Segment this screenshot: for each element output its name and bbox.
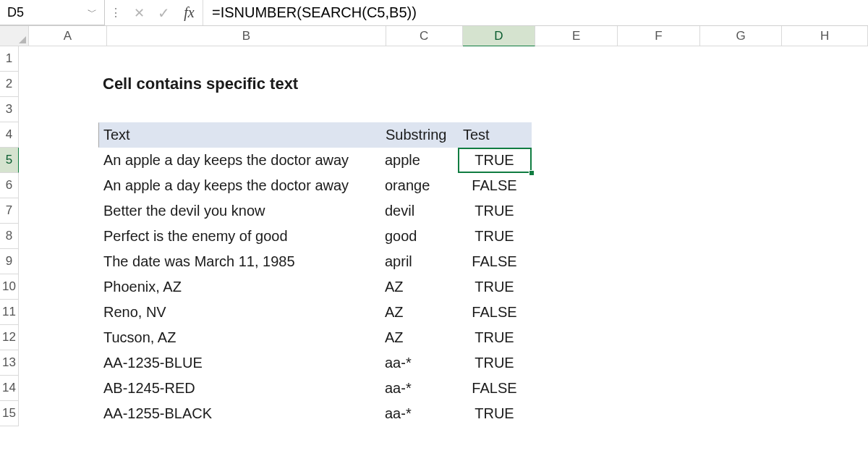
column-header-g[interactable]: G	[700, 26, 783, 46]
cell[interactable]	[615, 72, 698, 97]
cell[interactable]	[19, 401, 98, 426]
name-box[interactable]: D5 ﹀	[0, 0, 105, 25]
table-cell[interactable]: Phoenix, AZ	[98, 274, 380, 300]
cell[interactable]	[19, 173, 98, 198]
cell[interactable]	[615, 325, 698, 350]
table-cell[interactable]: Better the devil you know	[98, 198, 380, 224]
cell[interactable]	[532, 148, 615, 173]
cancel-formula-button[interactable]: ✕	[127, 0, 151, 25]
row-header[interactable]: 15	[0, 401, 19, 426]
table-cell[interactable]: TRUE	[458, 350, 532, 376]
table-cell[interactable]: good	[380, 224, 458, 249]
table-cell[interactable]: TRUE	[458, 325, 532, 350]
cell[interactable]	[532, 46, 615, 72]
table-cell[interactable]: TRUE	[458, 148, 532, 173]
cell[interactable]	[781, 198, 868, 224]
cell[interactable]	[19, 198, 98, 224]
cell[interactable]	[698, 350, 781, 376]
cell[interactable]	[532, 300, 615, 325]
cell[interactable]	[19, 72, 98, 97]
row-header[interactable]: 13	[0, 350, 19, 376]
cell[interactable]	[98, 97, 380, 122]
row-header[interactable]: 7	[0, 198, 19, 224]
cell[interactable]	[615, 198, 698, 224]
cell[interactable]	[380, 72, 458, 97]
cell[interactable]	[698, 224, 781, 249]
cell[interactable]	[615, 401, 698, 426]
table-cell[interactable]: TRUE	[458, 198, 532, 224]
cell[interactable]	[380, 97, 458, 122]
column-header-a[interactable]: A	[29, 26, 108, 46]
cell[interactable]	[781, 376, 868, 401]
cell[interactable]	[19, 97, 98, 122]
row-header[interactable]: 2	[0, 72, 19, 97]
table-cell[interactable]: orange	[380, 173, 458, 198]
row-header[interactable]: 1	[0, 46, 19, 72]
table-cell[interactable]: An apple a day keeps the doctor away	[98, 173, 380, 198]
row-header[interactable]: 12	[0, 325, 19, 350]
cell[interactable]	[615, 376, 698, 401]
cell[interactable]	[615, 122, 698, 148]
table-cell[interactable]: aa-*	[380, 376, 458, 401]
cell[interactable]	[532, 274, 615, 300]
cell[interactable]	[532, 401, 615, 426]
column-header-e[interactable]: E	[535, 26, 618, 46]
table-cell[interactable]: AA-1255-BLACK	[98, 401, 380, 426]
select-all-corner[interactable]	[0, 26, 29, 46]
cell[interactable]	[615, 300, 698, 325]
page-title[interactable]: Cell contains specific text	[98, 72, 380, 97]
cell[interactable]	[19, 224, 98, 249]
table-cell[interactable]: FALSE	[458, 376, 532, 401]
cell[interactable]	[698, 300, 781, 325]
cell[interactable]	[19, 148, 98, 173]
cell[interactable]	[781, 46, 868, 72]
cell[interactable]	[615, 274, 698, 300]
table-cell[interactable]: apple	[380, 148, 458, 173]
cell[interactable]	[698, 249, 781, 274]
cell[interactable]	[615, 97, 698, 122]
table-cell[interactable]: aa-*	[380, 350, 458, 376]
row-header[interactable]: 5	[0, 148, 19, 173]
column-header-c[interactable]: C	[386, 26, 463, 46]
cell[interactable]	[781, 249, 868, 274]
row-header[interactable]: 3	[0, 97, 19, 122]
cell[interactable]	[615, 148, 698, 173]
row-header[interactable]: 11	[0, 300, 19, 325]
table-cell[interactable]: Tucson, AZ	[98, 325, 380, 350]
cell[interactable]	[781, 274, 868, 300]
row-header[interactable]: 6	[0, 173, 19, 198]
accept-formula-button[interactable]: ✓	[151, 0, 176, 25]
cell[interactable]	[615, 224, 698, 249]
cell[interactable]	[19, 122, 98, 148]
cell[interactable]	[19, 325, 98, 350]
cell[interactable]	[532, 97, 615, 122]
column-header-d[interactable]: D	[463, 26, 536, 46]
cell[interactable]	[698, 46, 781, 72]
cell[interactable]	[380, 46, 458, 72]
table-cell[interactable]: The date was March 11, 1985	[98, 249, 380, 274]
row-header[interactable]: 9	[0, 249, 19, 274]
cell[interactable]	[698, 198, 781, 224]
cell[interactable]	[532, 72, 615, 97]
table-header-test[interactable]: Test	[458, 122, 532, 148]
cell[interactable]	[781, 173, 868, 198]
table-cell[interactable]: AZ	[380, 300, 458, 325]
table-cell[interactable]: FALSE	[458, 300, 532, 325]
cell[interactable]	[532, 325, 615, 350]
table-cell[interactable]: AZ	[380, 325, 458, 350]
table-cell[interactable]: An apple a day keeps the doctor away	[98, 148, 380, 173]
cell[interactable]	[615, 350, 698, 376]
table-cell[interactable]: Perfect is the enemy of good	[98, 224, 380, 249]
cell[interactable]	[532, 198, 615, 224]
cell[interactable]	[698, 122, 781, 148]
cell[interactable]	[698, 274, 781, 300]
table-cell[interactable]: aa-*	[380, 401, 458, 426]
cell[interactable]	[532, 350, 615, 376]
cell[interactable]	[781, 97, 868, 122]
column-header-h[interactable]: H	[782, 26, 868, 46]
cell[interactable]	[532, 376, 615, 401]
table-cell[interactable]: Reno, NV	[98, 300, 380, 325]
cell[interactable]	[698, 173, 781, 198]
formula-input[interactable]: =ISNUMBER(SEARCH(C5,B5))	[203, 0, 868, 25]
table-cell[interactable]: FALSE	[458, 249, 532, 274]
